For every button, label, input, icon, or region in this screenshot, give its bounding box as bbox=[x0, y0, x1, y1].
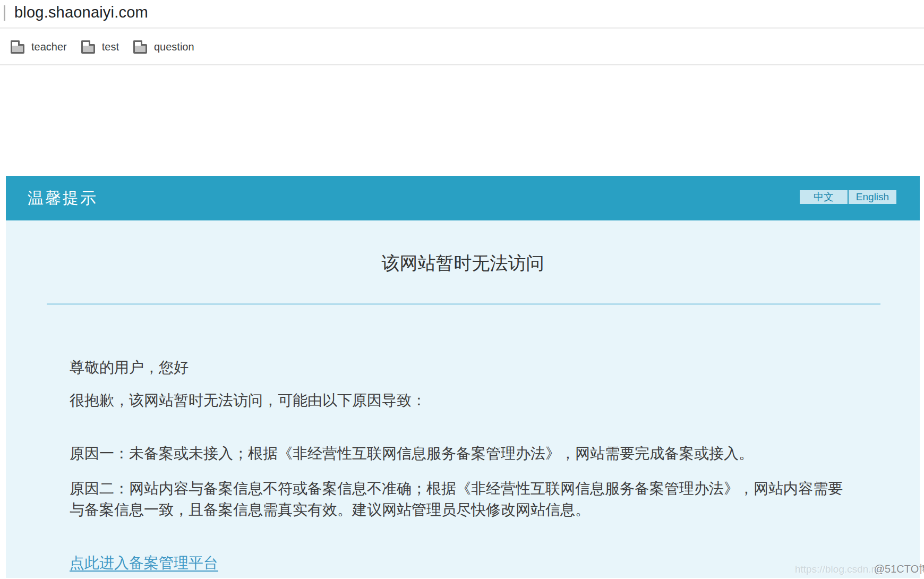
beian-platform-link[interactable]: 点此进入备案管理平台 bbox=[70, 552, 218, 574]
notice-content: 尊敬的用户，您好 很抱歉，该网站暂时无法访问，可能由以下原因导致： 原因一：未备… bbox=[6, 357, 920, 574]
icp-notice-panel: 温馨提示 中文 English 该网站暂时无法访问 尊敬的用户，您好 很抱歉，该… bbox=[6, 176, 920, 578]
bookmark-label: teacher bbox=[31, 41, 67, 53]
greeting-text: 尊敬的用户，您好 bbox=[70, 357, 853, 378]
url-text[interactable]: blog.shaonaiyi.com bbox=[14, 4, 148, 21]
folder-icon bbox=[133, 44, 147, 54]
reason1-text: 原因一：未备案或未接入；根据《非经营性互联网信息服务备案管理办法》，网站需要完成… bbox=[70, 443, 853, 464]
folder-icon bbox=[81, 44, 95, 54]
address-bar[interactable]: blog.shaonaiyi.com bbox=[0, 0, 924, 27]
bookmark-label: question bbox=[154, 41, 194, 53]
bookmark-folder-question[interactable]: question bbox=[133, 40, 194, 54]
bookmarks-bar: teacher test question bbox=[0, 29, 924, 65]
bookmark-folder-teacher[interactable]: teacher bbox=[11, 40, 67, 54]
page-title: 该网站暂时无法访问 bbox=[6, 252, 920, 274]
intro-text: 很抱歉，该网站暂时无法访问，可能由以下原因导致： bbox=[70, 390, 853, 411]
reason2-text: 原因二：网站内容与备案信息不符或备案信息不准确；根据《非经营性互联网信息服务备案… bbox=[70, 478, 853, 521]
language-toggle: 中文 English bbox=[800, 190, 896, 204]
address-bar-caret bbox=[4, 5, 5, 21]
reason2-line1: 原因二：网站内容与备案信息不符或备案信息不准确；根据《非经营性互联网信息服务备案… bbox=[70, 480, 843, 497]
notice-body: 该网站暂时无法访问 尊敬的用户，您好 很抱歉，该网站暂时无法访问，可能由以下原因… bbox=[6, 220, 920, 578]
lang-en-button[interactable]: English bbox=[849, 190, 896, 204]
lang-zh-button[interactable]: 中文 bbox=[800, 190, 848, 204]
notice-header: 温馨提示 中文 English bbox=[6, 176, 920, 220]
bookmark-label: test bbox=[102, 41, 119, 53]
reason2-line2: 与备案信息一致，且备案信息需真实有效。建议网站管理员尽快修改网站信息。 bbox=[70, 501, 590, 518]
folder-icon bbox=[11, 44, 24, 54]
browser-window: blog.shaonaiyi.com teacher test question… bbox=[0, 0, 924, 579]
title-divider bbox=[47, 303, 880, 305]
page-empty-area bbox=[0, 65, 924, 176]
bookmark-folder-test[interactable]: test bbox=[81, 40, 119, 54]
notice-header-title: 温馨提示 bbox=[28, 188, 98, 209]
